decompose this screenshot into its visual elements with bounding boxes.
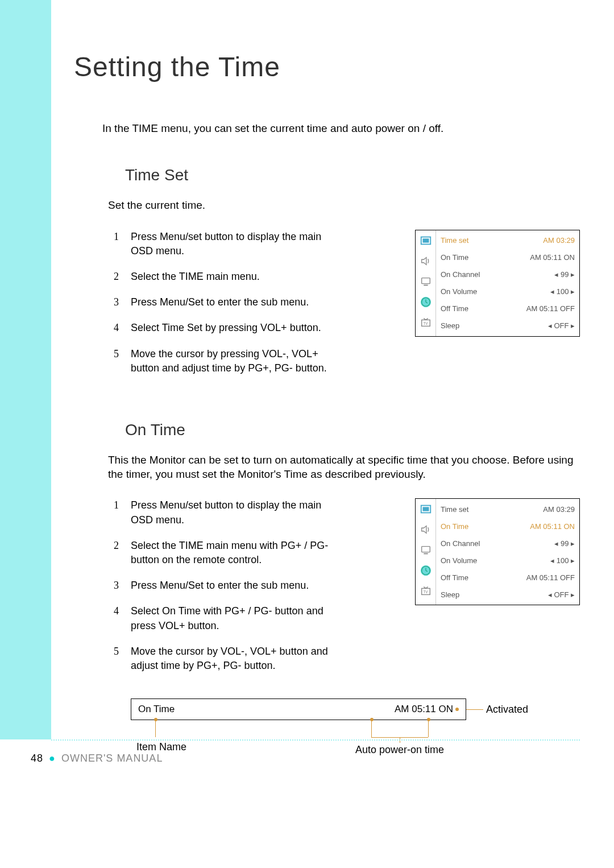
osd-row: Off TimeAM 05:11 OFF: [441, 300, 575, 317]
svg-rect-9: [422, 507, 429, 511]
callout-dot-icon: [427, 718, 430, 721]
osd-value: ◂ 99 ▸: [554, 539, 575, 548]
on-time-steps: 1Press Menu/set button to display the ma…: [114, 498, 409, 684]
page-number: 48: [31, 753, 43, 764]
manual-label: OWNER'S MANUAL: [61, 753, 163, 764]
osd-row: Sleep◂ OFF ▸: [441, 586, 575, 603]
step-text: Select the TIME main menu with PG+ / PG-…: [131, 539, 341, 567]
osd-row: On TimeAM 05:11 ON: [441, 249, 575, 266]
page-title: Setting the Time: [74, 51, 580, 82]
osd-screenshot-on-time: TV Time setAM 03:29 On TimeAM 05:11 ON O…: [415, 498, 580, 605]
osd-label: Sleep: [441, 321, 459, 330]
osd-value: AM 03:29: [543, 236, 575, 245]
step-text: Move the cursor by pressing VOL-, VOL+ b…: [131, 347, 341, 375]
svg-rect-2: [421, 278, 430, 283]
osd-label: On Channel: [441, 270, 480, 279]
osd-row: Time setAM 03:29: [441, 232, 575, 249]
osd-value: AM 05:11 ON: [530, 253, 575, 262]
osd-label: Time set: [441, 236, 468, 245]
osd-icon-column: TV: [416, 230, 436, 336]
step-number: 2: [114, 539, 131, 567]
osd-value: ◂ 100 ▸: [550, 556, 575, 565]
callout-line: [428, 720, 429, 737]
osd-label: Time set: [441, 505, 468, 514]
step-number: 5: [114, 644, 131, 673]
svg-rect-10: [421, 547, 430, 552]
svg-text:TV: TV: [423, 590, 428, 594]
callout-line: [466, 709, 483, 710]
step: 1Press Menu/set button to display the ma…: [114, 230, 409, 258]
step: 2Select the TIME main menu.: [114, 270, 409, 284]
osd-row: Time setAM 03:29: [441, 501, 575, 518]
screen-icon: [416, 540, 435, 560]
sound-icon: [416, 519, 435, 540]
section-time-set-desc: Set the current time.: [108, 199, 580, 213]
time-icon: [416, 292, 435, 312]
osd-value: ◂ OFF ▸: [548, 590, 575, 599]
osd-label: On Volume: [441, 287, 477, 296]
callout-line: [155, 720, 156, 737]
step-text: Select the TIME main menu.: [131, 270, 260, 284]
diagram-box: On Time AM 05:11 ON: [131, 698, 466, 720]
osd-label: On Volume: [441, 556, 477, 565]
step: 5Move the cursor by pressing VOL-, VOL+ …: [114, 347, 409, 375]
step: 1Press Menu/set button to display the ma…: [114, 498, 409, 527]
osd-label: Sleep: [441, 590, 459, 599]
step-text: Move the cursor by VOL-, VOL+ button and…: [131, 644, 341, 673]
callout-dot-icon: [370, 718, 374, 721]
screen-icon: [416, 271, 435, 292]
sidebar-accent: [0, 0, 51, 739]
osd-rows: Time setAM 03:29 On TimeAM 05:11 ON On C…: [436, 499, 579, 605]
callout-dot-icon: [154, 718, 157, 721]
step-text: Select Time Set by pressing VOL+ button.: [131, 321, 321, 335]
diagram-item-name: On Time: [138, 704, 175, 715]
step-number: 1: [114, 230, 131, 258]
osd-label: Off Time: [441, 304, 468, 313]
svg-rect-11: [424, 553, 428, 555]
time-set-steps: 1Press Menu/set button to display the ma…: [114, 230, 409, 387]
bullet-icon: ●: [49, 753, 56, 764]
footer-divider: [51, 739, 580, 741]
section-time-set-heading: Time Set: [125, 166, 580, 184]
step: 4Select On Time with PG+ / PG- button an…: [114, 604, 409, 633]
step-number: 5: [114, 347, 131, 375]
diagram-item-name-label: Item Name: [136, 741, 186, 753]
picture-icon: [416, 230, 435, 251]
svg-rect-1: [422, 238, 429, 242]
osd-row: Sleep◂ OFF ▸: [441, 317, 575, 334]
osd-value: ◂ OFF ▸: [548, 321, 575, 330]
osd-screenshot-time-set: TV Time setAM 03:29 On TimeAM 05:11 ON O…: [415, 230, 580, 337]
step-number: 4: [114, 321, 131, 335]
step-number: 1: [114, 498, 131, 527]
page-footer: 48 ● OWNER'S MANUAL: [31, 753, 163, 764]
step-number: 3: [114, 295, 131, 309]
osd-label: On Time: [441, 253, 468, 262]
page-content: Setting the Time In the TIME menu, you c…: [51, 0, 614, 767]
section-on-time-desc: This the Monitor can be set to turn on a…: [108, 453, 580, 481]
osd-value: AM 05:11 ON: [530, 522, 575, 531]
step-number: 2: [114, 270, 131, 284]
step: 4Select Time Set by pressing VOL+ button…: [114, 321, 409, 335]
osd-rows: Time setAM 03:29 On TimeAM 05:11 ON On C…: [436, 230, 579, 336]
sound-icon: [416, 251, 435, 271]
step-number: 3: [114, 578, 131, 593]
osd-value: AM 05:11 OFF: [526, 304, 575, 313]
intro-text: In the TIME menu, you can set the curren…: [102, 122, 580, 135]
step-text: Press Menu/Set to enter the sub menu.: [131, 578, 309, 593]
section-on-time-heading: On Time: [125, 421, 580, 439]
on-time-diagram: On Time AM 05:11 ON Activated Item Name …: [131, 698, 580, 767]
osd-row: On Volume◂ 100 ▸: [441, 283, 575, 300]
osd-row: On TimeAM 05:11 ON: [441, 518, 575, 535]
osd-icon-column: TV: [416, 499, 436, 605]
osd-row: On Channel◂ 99 ▸: [441, 535, 575, 552]
callout-dot-icon: [455, 708, 459, 711]
osd-row: On Volume◂ 100 ▸: [441, 552, 575, 569]
step-number: 4: [114, 604, 131, 633]
osd-value: ◂ 100 ▸: [550, 287, 575, 296]
osd-label: On Time: [441, 522, 468, 531]
diagram-value-text: AM 05:11 ON: [395, 704, 453, 715]
svg-rect-3: [424, 284, 428, 286]
osd-row: On Channel◂ 99 ▸: [441, 266, 575, 283]
diagram-value: AM 05:11 ON: [395, 704, 459, 715]
step: 3Press Menu/Set to enter the sub menu.: [114, 578, 409, 593]
